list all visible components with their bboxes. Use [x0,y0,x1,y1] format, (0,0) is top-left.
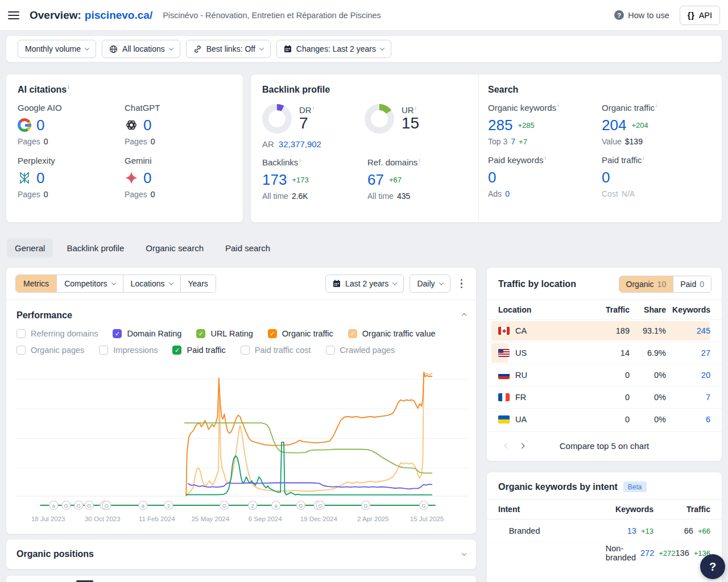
all-locations-dropdown[interactable]: All locations [102,40,180,58]
info-icon: i [299,157,300,163]
years-tab[interactable]: Years [181,275,216,292]
checkbox-paid-traffic[interactable]: ✓Paid traffic [172,346,225,355]
location-row-us[interactable]: US 14 6.9% 27 [487,342,722,364]
api-button[interactable]: {} API [680,6,720,25]
organic-keywords-value[interactable]: 285 [488,118,512,132]
changes-range-dropdown[interactable]: Changes: Last 2 years [276,40,391,58]
checkbox-label: Impressions [113,346,158,355]
value-value: $139 [625,137,643,146]
metric-value[interactable]: 0 [36,118,44,132]
metrics-label: Metrics [23,279,49,288]
compare-top5-link[interactable]: Compare top 5 on chart [487,441,722,451]
intent-row-non-branded[interactable]: Non-branded 272+272 136+136 [487,542,722,564]
metric-label: ChatGPT [125,103,231,113]
location-row-ru[interactable]: RU 0 0% 20 [487,364,722,386]
ur-label: URi [402,105,419,115]
checkbox-label: Organic traffic value [362,329,436,338]
checkbox-organic-traffic-value[interactable]: ✓Organic traffic value [348,329,436,338]
best-links-dropdown[interactable]: Best links: Off [186,40,271,58]
keywords-link[interactable]: 272 [640,548,654,558]
paid-traffic-value[interactable]: 0 [602,170,610,185]
info-icon: i [545,155,546,161]
keywords-link[interactable]: 7 [666,393,710,402]
cost-value: N/A [622,189,635,198]
performance-chart[interactable]: aGGGGa2G2aGGGG18 Jul 202330 Oct 202311 F… [6,362,476,526]
ads-value[interactable]: 0 [505,189,510,198]
how-to-use-link[interactable]: ? How to use [614,10,669,20]
keywords-link[interactable]: 27 [666,348,710,357]
keywords-by-intent-card: Organic keywords by intent Beta Intent K… [486,472,722,582]
svg-text:2: 2 [167,502,170,509]
top3-value[interactable]: 7 [511,137,515,146]
checkbox-organic-traffic[interactable]: ✓Organic traffic [268,329,333,338]
backlinks-value[interactable]: 173 [262,172,287,187]
metrics-tab[interactable]: Metrics [16,275,57,292]
tab-paid-search[interactable]: Paid search [217,239,278,257]
locations-dropdown[interactable]: Locations [123,275,181,292]
paid-toggle[interactable]: Paid0 [673,276,711,292]
metric-value[interactable]: 0 [36,171,44,185]
organic-traffic-value[interactable]: 204 [602,118,626,132]
help-fab-button[interactable]: ? [700,554,725,579]
cost-label: Cost [602,189,618,198]
organic-traffic-label: Organic traffici [602,103,715,113]
svg-text:G: G [421,502,425,509]
checkbox-icon [16,329,26,338]
traffic-by-location-card: Traffic by location Organic10 Paid0 Loca… [486,267,722,462]
paid-traffic-widget: Paid traffici 0 CostN/A [602,155,715,198]
checkbox-organic-pages[interactable]: Organic pages [16,346,84,355]
svg-text:a: a [275,502,278,509]
checkbox-url-rating[interactable]: ✓URL Rating [196,329,253,338]
target-domain-link[interactable]: piscinevo.ca/ [85,9,152,21]
backlink-search-card: Backlink profile DRi 7 URi 15 AR 32,377,… [250,74,722,223]
search-section: Search Organic keywordsi 285+285 Top 37+… [478,74,723,222]
column-keywords: Keywords [586,505,653,514]
competitors-dropdown[interactable]: Competitors [57,275,123,292]
date-range-dropdown[interactable]: Last 2 years [325,275,404,293]
share-value: 6.9% [630,348,666,357]
svg-text:a: a [142,502,145,509]
traffic-value: 136 [676,548,689,558]
checkbox-paid-traffic-cost[interactable]: Paid traffic cost [241,346,311,355]
info-icon: i [419,157,420,163]
location-row-ua[interactable]: UA 0 0% 6 [487,408,722,430]
search-title: Search [488,85,714,95]
keywords-link[interactable]: 13 [627,526,636,535]
traffic-value: 0 [598,371,630,380]
chevron-down-icon [392,280,397,285]
metric-value[interactable]: 0 [143,171,151,185]
location-row-ca[interactable]: CA 189 93.1% 245 [487,319,722,342]
checkbox-referring-domains[interactable]: Referring domains [16,329,98,338]
organic-toggle[interactable]: Organic10 [619,276,673,292]
info-icon: i [643,155,644,161]
collapse-section-icon[interactable] [462,313,466,318]
checkbox-domain-rating[interactable]: ✓Domain Rating [113,329,181,338]
tab-general[interactable]: General [7,239,53,257]
checkbox-impressions[interactable]: Impressions [99,346,158,355]
location-row-fr[interactable]: FR 0 0% 7 [487,386,722,408]
checkbox-crawled-pages[interactable]: Crawled pages [326,346,395,355]
expand-section-icon[interactable] [462,551,466,555]
keywords-link[interactable]: 20 [666,371,710,380]
more-options-icon[interactable] [456,276,468,292]
tab-organic-search[interactable]: Organic search [138,239,212,257]
keywords-link[interactable]: 6 [666,415,710,424]
menu-icon[interactable] [8,11,19,19]
intent-row-branded[interactable]: Branded 13+13 66+66 [487,519,722,542]
ar-value-link[interactable]: 32,377,902 [279,139,321,149]
metric-value[interactable]: 0 [143,118,151,132]
chart-toolbar: Metrics Competitors Locations Years Last… [6,268,476,300]
granularity-dropdown[interactable]: Daily [410,275,450,293]
backlink-profile-section: Backlink profile DRi 7 URi 15 AR 32,377,… [251,74,478,222]
keywords-link[interactable]: 245 [666,326,710,335]
metric-label: Gemini [125,156,231,165]
traffic-value: 14 [598,348,630,357]
ref-domains-value[interactable]: 67 [367,172,384,187]
chevron-down-icon [111,280,115,285]
monthly-volume-dropdown[interactable]: Monthly volume [18,40,96,58]
organic-positions-card[interactable]: Organic positions [6,539,477,569]
years-label: Years [188,279,208,288]
paid-keywords-value[interactable]: 0 [488,170,496,185]
column-keywords: Keywords [666,305,710,314]
tab-backlink-profile[interactable]: Backlink profile [59,239,132,257]
